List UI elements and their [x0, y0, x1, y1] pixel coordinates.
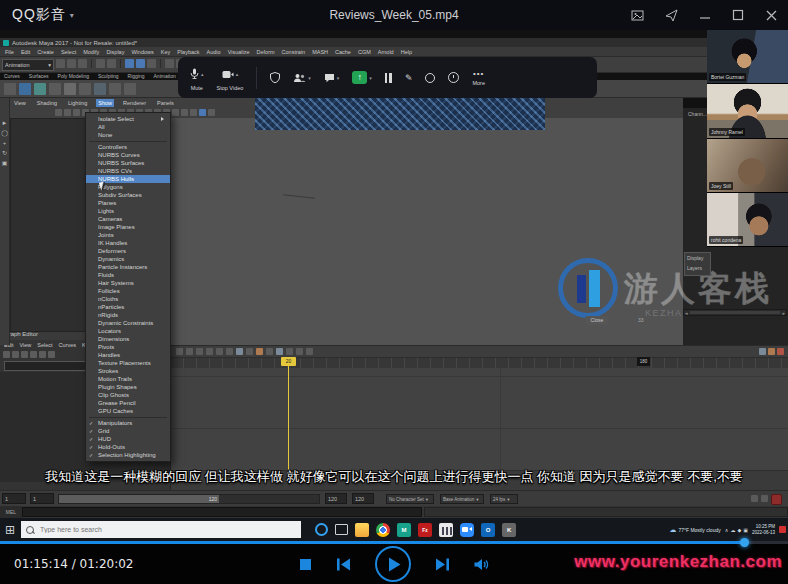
weather-widget[interactable]: ☁ 77°F Mostly cloudy: [669, 526, 720, 534]
graph-curve-area[interactable]: [170, 368, 788, 470]
graph-editor-menu-item[interactable]: View: [19, 342, 31, 348]
maya-menu-item[interactable]: Visualize: [228, 49, 250, 55]
share-icon[interactable]: [665, 9, 678, 22]
close-icon[interactable]: [765, 9, 778, 22]
character-set-dropdown[interactable]: No Character Set▾: [386, 494, 434, 504]
maya-menu-item[interactable]: Select: [61, 49, 76, 55]
chevron-up-icon[interactable]: ▴: [236, 71, 239, 77]
app-menu[interactable]: QQ影音 ▾: [12, 6, 75, 24]
shelf-tab[interactable]: Surfaces: [29, 73, 49, 79]
show-menu-item[interactable]: NURBS Curves: [86, 151, 170, 159]
show-menu-item[interactable]: Grid: [86, 427, 170, 435]
show-menu-item[interactable]: Strokes: [86, 367, 170, 375]
next-button[interactable]: [435, 558, 450, 571]
maya-menu-item[interactable]: CGM: [358, 49, 371, 55]
pause-share-button[interactable]: [385, 73, 392, 83]
shelf-tab[interactable]: Curves: [4, 73, 20, 79]
scroll-left-arrow[interactable]: ◂: [685, 310, 688, 316]
maya-menu-item[interactable]: Constrain: [282, 49, 306, 55]
taskbar-app-icon[interactable]: [376, 523, 390, 537]
participants-button[interactable]: ▾: [293, 73, 311, 83]
show-menu-item[interactable]: NURBS CVs: [86, 167, 170, 175]
taskbar-app-icon[interactable]: M: [397, 523, 411, 537]
playback-option-icons[interactable]: [751, 495, 768, 502]
shelf-tab[interactable]: Poly Modeling: [58, 73, 89, 79]
screenshot-icon[interactable]: [631, 9, 644, 22]
show-menu-item[interactable]: nCloths: [86, 295, 170, 303]
chevron-down-icon[interactable]: ▾: [308, 75, 311, 81]
volume-button[interactable]: [474, 558, 490, 571]
show-menu-item[interactable]: Isolate Select: [86, 115, 170, 123]
show-menu-item[interactable]: NURBS Surfaces: [86, 159, 170, 167]
taskbar-app-icon[interactable]: [355, 523, 369, 537]
fps-dropdown[interactable]: 24 fps▾: [490, 494, 518, 504]
show-menu-item[interactable]: Subdiv Surfaces: [86, 191, 170, 199]
stop-video-button[interactable]: ▴ Stop Video: [217, 65, 244, 91]
timeline-toolbar[interactable]: [170, 345, 788, 357]
range-end-marker[interactable]: 180: [637, 357, 650, 366]
show-menu-item[interactable]: Dynamics: [86, 255, 170, 263]
outliner-panel[interactable]: [10, 118, 90, 332]
webcam-tile[interactable]: Johnny Ramel: [707, 84, 788, 138]
timeline-right-icons[interactable]: [759, 348, 784, 355]
scroll-right-arrow[interactable]: ▸: [782, 310, 785, 316]
maya-menu-item[interactable]: File: [5, 49, 14, 55]
seek-bar-thumb[interactable]: [740, 538, 749, 547]
playhead-marker[interactable]: 20: [281, 357, 296, 366]
chevron-down-icon[interactable]: ▾: [337, 75, 340, 81]
taskbar-app-icon[interactable]: [335, 524, 348, 535]
close-pill-button[interactable]: Close: [585, 316, 609, 325]
maya-menu-item[interactable]: Create: [37, 49, 54, 55]
show-menu-item[interactable]: Dimensions: [86, 335, 170, 343]
maya-menu-item[interactable]: MASH: [312, 49, 328, 55]
show-menu-item[interactable]: Manipulators: [86, 419, 170, 427]
webcam-tile[interactable]: rohit condena: [707, 193, 788, 247]
minimize-icon[interactable]: [699, 9, 711, 21]
show-menu-item[interactable]: Follicles: [86, 287, 170, 295]
show-menu-item[interactable]: HUD: [86, 435, 170, 443]
share-screen-button[interactable]: ↑ ▾: [352, 71, 372, 84]
horizontal-scrollbar[interactable]: ◂▸: [683, 309, 787, 316]
stop-button[interactable]: [299, 558, 312, 571]
maya-menu-item[interactable]: Cache: [335, 49, 351, 55]
maya-menu-item[interactable]: Windows: [131, 49, 153, 55]
previous-button[interactable]: [336, 558, 351, 571]
move-tool-icon[interactable]: +: [3, 140, 7, 146]
anim-layer-dropdown[interactable]: Base Animation▾: [440, 494, 484, 504]
panel-menu-item[interactable]: Show: [96, 99, 114, 107]
shelf-tab[interactable]: Sculpting: [98, 73, 119, 79]
taskbar-app-icon[interactable]: K: [502, 523, 516, 537]
maya-menu-item[interactable]: Arnold: [378, 49, 394, 55]
taskbar-clock[interactable]: 10:25 PM 2022-06-13: [752, 524, 775, 536]
show-menu-item[interactable]: IK Handles: [86, 239, 170, 247]
show-menu-item[interactable]: nParticles: [86, 303, 170, 311]
seek-bar[interactable]: [0, 541, 788, 544]
show-menu-item[interactable]: Motion Trails: [86, 375, 170, 383]
maya-menu-item[interactable]: Playback: [177, 49, 199, 55]
more-button[interactable]: ••• More: [472, 69, 485, 86]
mel-label[interactable]: MEL: [0, 506, 22, 518]
panel-menu-item[interactable]: View: [12, 99, 28, 107]
show-menu-item[interactable]: All: [86, 123, 170, 131]
graph-editor-menu-item[interactable]: Select: [37, 342, 52, 348]
maya-toolbox[interactable]: ► ◯ + ↻ ▣: [0, 98, 10, 345]
taskbar-app-icon[interactable]: [315, 523, 328, 536]
shelf-tab[interactable]: Rigging: [128, 73, 145, 79]
show-menu-item[interactable]: Plugin Shapes: [86, 383, 170, 391]
maya-menu-item[interactable]: Key: [161, 49, 170, 55]
playback-end-field[interactable]: 120: [352, 493, 374, 504]
taskbar-app-icon[interactable]: Fz: [418, 523, 432, 537]
taskbar-search-box[interactable]: [21, 521, 301, 538]
menuset-dropdown[interactable]: Animation▾: [2, 59, 54, 71]
show-menu-item[interactable]: GPU Caches: [86, 407, 170, 415]
maya-menu-item[interactable]: Edit: [21, 49, 30, 55]
playback-start-field[interactable]: 1: [2, 493, 26, 504]
show-menu-item[interactable]: nRigids: [86, 311, 170, 319]
record-icon[interactable]: [425, 73, 435, 83]
maya-menu-item[interactable]: Deform: [257, 49, 275, 55]
maya-menu-item[interactable]: Help: [401, 49, 412, 55]
chevron-up-icon[interactable]: ▴: [201, 71, 204, 77]
timer-clock-icon[interactable]: [448, 72, 459, 83]
panel-menu-item[interactable]: Renderer: [121, 99, 148, 107]
video-frame[interactable]: Autodesk Maya 2017 - Not for Resale: unt…: [0, 30, 788, 541]
